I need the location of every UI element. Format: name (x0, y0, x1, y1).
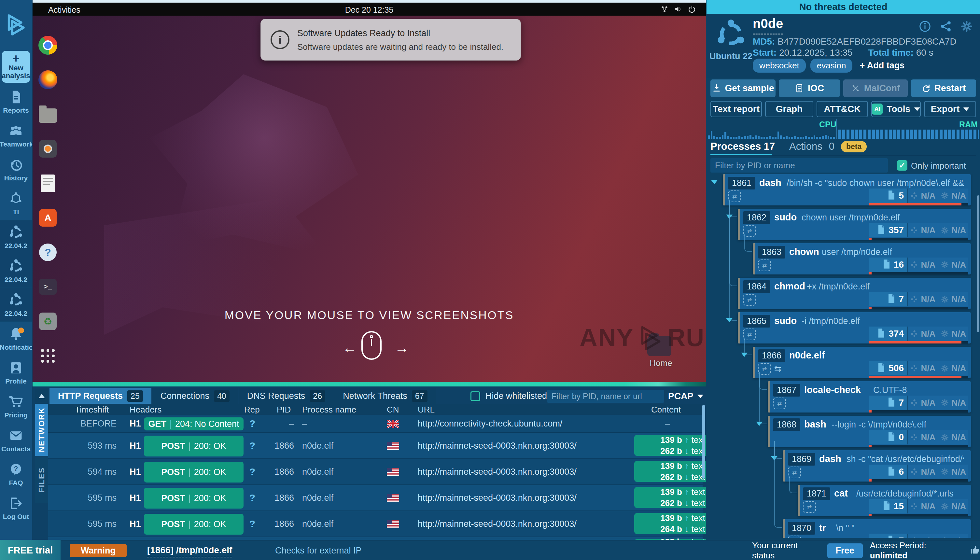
software-updates-toast[interactable]: i Software Updates Ready to Install Soft… (260, 19, 521, 60)
info-icon[interactable] (919, 20, 931, 33)
tag-evasion[interactable]: evasion (810, 58, 853, 73)
sidebar-item-pricing[interactable]: Pricing (0, 389, 32, 423)
dock-terminal-icon[interactable]: >_ (38, 277, 58, 297)
network-tab-http-requests[interactable]: HTTP Requests25 (50, 388, 152, 404)
anyrun-logo-icon[interactable] (0, 0, 32, 49)
warning-detail[interactable]: Checks for external IP (275, 546, 362, 556)
sidebar-item-notifications[interactable]: Notifications (0, 322, 32, 355)
dock-document-icon[interactable] (38, 173, 58, 193)
content-badge[interactable]: 139 b↑text262 b↓text (634, 461, 706, 482)
clock-label[interactable]: Dec 20 12:35 (33, 5, 706, 15)
process-tree-scrollbar[interactable] (977, 195, 979, 332)
dock-appgrid-icon[interactable] (38, 346, 58, 366)
export-dropdown[interactable]: Export (924, 101, 976, 117)
side-tab-network[interactable]: NETWORK (35, 404, 48, 456)
sidebar-item-log-out[interactable]: Log Out (0, 491, 32, 525)
gear-icon[interactable] (960, 20, 973, 33)
expander-icon[interactable] (711, 180, 718, 184)
reputation-cell[interactable]: ? (244, 466, 260, 477)
dock-chrome-icon[interactable] (38, 35, 58, 55)
warning-process-link[interactable]: [1866] /tmp/n0de.elf (147, 545, 232, 557)
process-row-1869[interactable]: 1869dashsh -c "cat /usr/etc/debuginfod/*… (783, 450, 971, 482)
process-row-1861[interactable]: 1861dash/bin/sh -c "sudo chown user /tmp… (723, 174, 971, 205)
http-request-row[interactable]: 594 msH1POST|200: OK?1866n0de.elfhttp://… (48, 459, 703, 485)
system-tray[interactable] (660, 5, 696, 13)
sidebar-item-reports[interactable]: Reports (0, 85, 32, 118)
reputation-cell[interactable]: ? (244, 518, 260, 529)
process-row-1862[interactable]: 1862sudochown user /tmp/n0de.elf⇄357N/AN… (738, 209, 971, 240)
http-request-row[interactable]: 595 msH1POST|200: OK?1866n0de.elfhttp://… (48, 485, 703, 511)
reputation-cell[interactable]: ? (244, 418, 260, 429)
hide-whitelisted-checkbox[interactable] (470, 392, 480, 401)
vm-viewport[interactable]: Home ANY RUN A?>_♻ MOVE YOUR MOUSE TO VI… (33, 0, 706, 382)
pcap-dropdown[interactable]: PCAP (668, 391, 703, 402)
ioc-button[interactable]: IOC (779, 80, 840, 97)
attck-button[interactable]: ATT&CK (817, 101, 868, 117)
restart-button[interactable]: Restart (911, 80, 976, 97)
sidebar-item-teamwork[interactable]: Teamwork (0, 118, 32, 152)
dock-software-icon[interactable]: A (38, 208, 58, 228)
dock-firefox-icon[interactable] (38, 70, 58, 90)
process-row-1865[interactable]: 1865sudo-i /tmp/n0de.elf⇄374N/AN/A (738, 312, 971, 343)
column-pid[interactable]: PID (277, 405, 291, 415)
process-filter-input[interactable] (710, 158, 888, 173)
network-tab-dns-requests[interactable]: DNS Requests26 (238, 388, 334, 404)
http-request-row[interactable]: 139 b↑text (48, 537, 703, 540)
process-row-1871[interactable]: 1871cat/usr/etc/debuginfod/*.urls⇄15N/AN… (798, 485, 971, 516)
tools-dropdown[interactable]: AI Tools (871, 101, 921, 117)
column-content[interactable]: Content (651, 405, 681, 415)
process-row-1867[interactable]: 1867locale-checkC.UTF-8⇄7N/AN/A (768, 381, 971, 413)
only-important-checkbox[interactable]: ✓ (897, 160, 907, 171)
thumbs-up-icon[interactable] (970, 544, 980, 557)
http-request-row[interactable]: BEFOREH1GET|204: No Content?––http://con… (48, 415, 703, 433)
process-row-1868[interactable]: 1868bash--login -c \/tmp\/n0de\.elf0N/AN… (768, 416, 971, 447)
sidebar-item-22-04-2[interactable]: 22.04.2 (0, 220, 32, 254)
sidebar-item-profile[interactable]: Profile (0, 355, 32, 389)
sidebar-item-new-analysis[interactable]: +Newanalysis (0, 49, 32, 85)
column-process-name[interactable]: Process name (302, 405, 356, 415)
sidebar-item-ti[interactable]: TI (0, 186, 32, 220)
tab-actions[interactable]: Actions 0 beta (789, 141, 867, 152)
process-row-1864[interactable]: 1864chmod+x /tmp/n0de.elf⇄7N/AN/A (738, 278, 971, 309)
column-rep[interactable]: Rep (244, 405, 260, 415)
side-tab-files[interactable]: FILES (35, 457, 48, 503)
content-badge[interactable]: 139 b↑text262 b↓text (634, 487, 706, 508)
column-url[interactable]: URL (418, 405, 435, 415)
sidebar-item-22-04-2[interactable]: 22.04.2 (0, 254, 32, 288)
dock-shotwell-icon[interactable] (38, 139, 58, 159)
dock-folder-icon[interactable] (38, 104, 58, 124)
tag-websocket[interactable]: websocket (753, 58, 806, 73)
content-badge[interactable]: 139 b↑text264 b↓text (634, 513, 706, 534)
column-cn[interactable]: CN (387, 405, 399, 415)
sidebar-item-history[interactable]: History (0, 152, 32, 186)
network-tab-connections[interactable]: Connections40 (152, 388, 238, 404)
http-request-row[interactable]: 595 msH1POST|200: OK?1866n0de.elfhttp://… (48, 511, 703, 537)
sidebar-item-contacts[interactable]: Contacts (0, 423, 32, 457)
free-plan-button[interactable]: Free (827, 543, 863, 558)
graph-button[interactable]: Graph (765, 101, 813, 117)
sidebar-item-22-04-2[interactable]: 22.04.2 (0, 288, 32, 322)
http-request-row[interactable]: 593 msH1POST|200: OK?1866n0de.elfhttp://… (48, 433, 703, 459)
text-report-button[interactable]: Text report (710, 101, 762, 117)
share-icon[interactable] (940, 20, 952, 33)
task-name[interactable]: n0de (753, 16, 783, 35)
get-sample-button[interactable]: Get sample (710, 80, 775, 97)
reputation-cell[interactable]: ? (244, 440, 260, 451)
network-scrollbar[interactable] (702, 405, 705, 478)
hide-whitelisted-control[interactable]: Hide whitelisted (470, 391, 547, 401)
network-filter-input[interactable] (547, 390, 664, 403)
malconf-button[interactable]: MalConf (843, 80, 908, 97)
column-headers[interactable]: Headers (130, 405, 162, 415)
sidebar-item-faq[interactable]: ?FAQ (0, 457, 32, 491)
add-tags-button[interactable]: + Add tags (860, 60, 905, 71)
dock-help-icon[interactable]: ? (38, 242, 58, 262)
process-row-1870[interactable]: 1870tr\n " "⇄7N/AN/A (783, 519, 971, 538)
column-timeshift[interactable]: Timeshift (75, 405, 109, 415)
content-badge[interactable]: 139 b↑text262 b↓text (634, 435, 706, 456)
tab-processes[interactable]: Processes 17 (710, 141, 775, 152)
reputation-cell[interactable]: ? (244, 492, 260, 503)
collapse-panel-button[interactable] (35, 389, 48, 402)
analysis-timeline-bar[interactable] (33, 382, 706, 387)
network-tab-network-threats[interactable]: Network Threats67 (334, 388, 436, 404)
process-row-1863[interactable]: 1863chownuser /tmp/n0de.elf⇄16N/AN/A (753, 243, 971, 275)
